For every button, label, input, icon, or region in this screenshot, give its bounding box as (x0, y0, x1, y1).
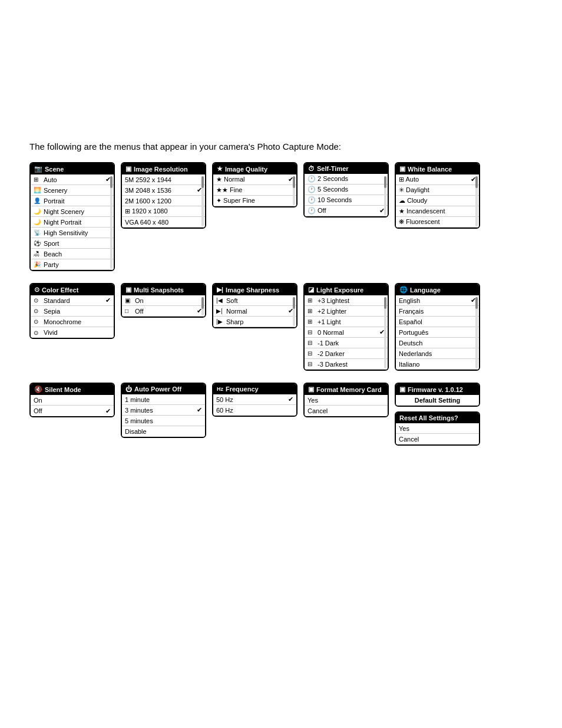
default-setting-button[interactable]: Default Setting (396, 395, 479, 406)
list-item[interactable]: 50 Hz✔ (213, 394, 296, 405)
list-item[interactable]: Yes (396, 423, 479, 434)
list-item[interactable]: Español (396, 317, 479, 327)
list-item[interactable]: English✔ (396, 295, 479, 306)
list-item[interactable]: ⊞+3 Lightest (305, 295, 388, 306)
item-icon: ⊙ (34, 308, 42, 314)
frequency-menu: Hz Frequency 50 Hz✔ 60 Hz (212, 383, 297, 417)
firmware-icon: ▣ (399, 386, 405, 393)
language-menu: 🌐 Language English✔ Français Español Por… (395, 283, 480, 371)
list-item[interactable]: |▶Sharp (213, 317, 296, 327)
selftimer-header: ⏱ Self-Timer (305, 163, 388, 174)
multisnapshots-icon: ▣ (125, 286, 131, 294)
list-item[interactable]: Deutsch (396, 338, 479, 348)
list-item[interactable]: Français (396, 306, 479, 317)
scene-header: 📷 Scene (31, 163, 114, 174)
item-icon: 🌅 (34, 187, 42, 193)
list-item[interactable]: Yes (305, 395, 388, 406)
list-item[interactable]: ⊟-2 Darker (305, 348, 388, 359)
lightexposure-title: Light Exposure (316, 286, 363, 294)
list-item[interactable]: ✦ Super Fine (213, 196, 296, 206)
quality-menu: ★ Image Quality ★ Normal✔ ★★ Fine ✦ Supe… (212, 162, 297, 207)
list-item[interactable]: ⊞Auto✔ (31, 174, 114, 185)
list-item[interactable]: Nederlands (396, 348, 479, 359)
list-item[interactable]: ★ Normal✔ (213, 174, 296, 185)
list-item[interactable]: ⊟-1 Dark (305, 338, 388, 348)
list-item[interactable]: 🕐 5 Seconds (305, 185, 388, 195)
quality-title: Image Quality (225, 166, 267, 173)
menu-row-2: ⊙ Color Effect ⊙Standard✔ ⊙Sepia ⊙Monoch… (29, 283, 533, 371)
list-item[interactable]: 3M 2048 x 1536✔ (122, 185, 205, 196)
silentmode-icon: 🔇 (34, 386, 42, 393)
list-item[interactable]: Disable (122, 426, 205, 437)
menu-row-3: 🔇 Silent Mode On Off✔ ⏻ Auto Power Off 1… (29, 383, 533, 446)
item-icon: ⊙ (34, 297, 42, 304)
list-item[interactable]: ☁ Cloudy (396, 196, 479, 206)
item-icon: 🏖 (34, 251, 42, 257)
list-item[interactable]: 60 Hz (213, 405, 296, 416)
list-item[interactable]: 1 minute (122, 394, 205, 405)
list-item[interactable]: Italiano (396, 359, 479, 370)
selftimer-title: Self-Timer (317, 165, 349, 172)
selftimer-icon: ⏱ (308, 165, 315, 172)
frequency-header: Hz Frequency (213, 384, 296, 394)
list-item[interactable]: On (31, 395, 114, 406)
list-item[interactable]: 🌙Night Portrait (31, 217, 114, 228)
list-item[interactable]: Português (396, 327, 479, 338)
list-item[interactable]: □Off✔ (122, 306, 205, 317)
list-item[interactable]: ★★ Fine (213, 185, 296, 196)
list-item[interactable]: 🎉Party (31, 259, 114, 270)
list-item[interactable]: ⊙Monochrome (31, 317, 114, 327)
list-item[interactable]: ⊙Sepia (31, 306, 114, 317)
list-item[interactable]: Cancel (305, 406, 388, 416)
list-item[interactable]: 3 minutes✔ (122, 405, 205, 416)
list-item[interactable]: ⊟-3 Darkest (305, 359, 388, 370)
list-item[interactable]: 👤Portrait (31, 196, 114, 206)
list-item[interactable]: ⊞+2 Lighter (305, 306, 388, 317)
list-item[interactable]: 🌙Night Scenery (31, 206, 114, 217)
list-item[interactable]: ⊙Standard✔ (31, 295, 114, 306)
list-item[interactable]: 2M 1600 x 1200 (122, 196, 205, 206)
list-item[interactable]: 5M 2592 x 1944 (122, 174, 205, 185)
list-item[interactable]: 🌅Scenery (31, 185, 114, 196)
list-item[interactable]: 🕐 10 Seconds (305, 195, 388, 206)
scene-icon: 📷 (34, 165, 42, 173)
language-icon: 🌐 (399, 286, 408, 294)
list-item[interactable]: 🏖Beach (31, 249, 114, 259)
list-item[interactable]: 📡High Sensitivity (31, 228, 114, 238)
list-item[interactable]: |◀Soft (213, 295, 296, 306)
list-item[interactable]: ⚽Sport (31, 238, 114, 249)
multisnapshots-menu: ▣ Multi Snapshots ▣On □Off✔ (121, 283, 206, 318)
list-item[interactable]: ⊞ 1920 x 1080 (122, 206, 205, 217)
silentmode-header: 🔇 Silent Mode (31, 384, 114, 395)
item-icon: □ (125, 308, 133, 314)
list-item[interactable]: ⊟0 Normal✔ (305, 327, 388, 338)
resolution-menu: ▣ Image Resolution 5M 2592 x 1944 3M 204… (121, 162, 206, 229)
whitebalance-menu: ▣ White Balance ⊞ Auto✔ ✳ Daylight ☁ Clo… (395, 162, 480, 229)
list-item[interactable]: 5 minutes (122, 416, 205, 426)
selftimer-menu: ⏱ Self-Timer 🕐 2 Seconds 🕐 5 Seconds 🕐 1… (303, 162, 389, 218)
list-item[interactable]: ⊙Vivid (31, 327, 114, 338)
list-item[interactable]: VGA 640 x 480 (122, 217, 205, 228)
list-item[interactable]: 🕐 Off✔ (305, 206, 388, 216)
list-item[interactable]: ❋ Fluorescent (396, 217, 479, 228)
list-item[interactable]: ▣On (122, 295, 205, 306)
item-icon: ⊟ (308, 361, 316, 367)
resolution-header: ▣ Image Resolution (122, 163, 205, 174)
list-item[interactable]: 🕐 2 Seconds (305, 174, 388, 185)
item-icon: ▣ (125, 297, 133, 304)
coloreffect-header: ⊙ Color Effect (31, 284, 114, 295)
list-item[interactable]: ★ Incandescent (396, 206, 479, 217)
list-item[interactable]: Off✔ (31, 406, 114, 416)
scene-title: Scene (45, 166, 64, 173)
language-header: 🌐 Language (396, 284, 479, 295)
list-item[interactable]: Cancel (396, 434, 479, 444)
list-item[interactable]: ⊞+1 Light (305, 317, 388, 327)
whitebalance-title: White Balance (408, 166, 452, 173)
list-item[interactable]: ▶|Normal✔ (213, 306, 296, 317)
list-item[interactable]: ✳ Daylight (396, 185, 479, 196)
silentmode-menu: 🔇 Silent Mode On Off✔ (29, 383, 115, 417)
formatcard-icon: ▣ (308, 386, 314, 393)
lightexposure-menu: ◪ Light Exposure ⊞+3 Lightest ⊞+2 Lighte… (303, 283, 389, 371)
list-item[interactable]: ⊞ Auto✔ (396, 174, 479, 185)
item-icon: ⊞ (34, 176, 42, 183)
